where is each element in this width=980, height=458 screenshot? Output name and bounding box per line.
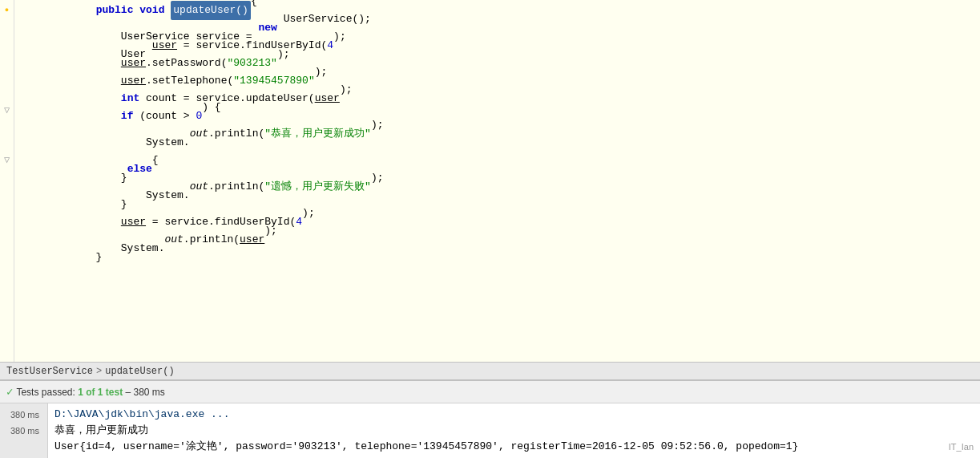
breadcrumb-bar: TestUserService > updateUser() [0, 362, 980, 379]
output-panel: 380 ms 380 ms D:\JAVA\jdk\bin\java.exe .… [0, 403, 980, 458]
code-line-6: int count = service.updateUser(user); [21, 90, 980, 107]
output-line-2: 恭喜，用户更新成功 [54, 423, 974, 439]
code-line-4: user.setPassword("903213"); [21, 55, 980, 72]
output-line-3: User{id=4, username='涂文艳', password='903… [54, 439, 974, 455]
code-line-14: System.out.println(user); [21, 231, 980, 249]
warning-icon: ● [2, 5, 13, 16]
test-time: 380 ms [134, 387, 165, 398]
side-gutter: ● ▽ ▽ [0, 0, 14, 362]
test-panel: ✓ Tests passed: 1 of 1 test – 380 ms 380… [0, 379, 980, 458]
code-line-2: UserService service = new UserService(); [21, 19, 980, 37]
fold-arrow-icon-2[interactable]: ▽ [2, 154, 13, 165]
code-line-11: System.out.println("遗憾，用户更新失败"); [21, 178, 980, 196]
test-header: ✓ Tests passed: 1 of 1 test – 380 ms [0, 381, 980, 403]
breadcrumb-class: TestUserService [6, 366, 93, 377]
test-pass-text: Tests passed: 1 of 1 test – 380 ms [16, 387, 164, 398]
code-line-5: user.setTelephone("13945457890"); [21, 72, 980, 90]
breadcrumb-method: updateUser() [105, 366, 174, 377]
code-content: public void updateUser(){ UserService se… [14, 0, 980, 362]
output-lines: D:\JAVA\jdk\bin\java.exe ... 恭喜，用户更新成功 U… [48, 403, 980, 458]
time-entry-2: 380 ms [3, 423, 44, 439]
breadcrumb-sep: > [96, 366, 102, 377]
output-line-1: D:\JAVA\jdk\bin\java.exe ... [54, 407, 974, 423]
code-line-8: System.out.println("恭喜，用户更新成功"); [21, 125, 980, 143]
fold-arrow-icon[interactable]: ▽ [2, 104, 13, 116]
code-line-13: user = service.findUserById(4); [21, 213, 980, 231]
test-pass-icon: ✓ [6, 385, 13, 399]
code-line-15: } [21, 249, 980, 266]
time-entry-1: 380 ms [3, 407, 44, 423]
test-count: 1 of 1 test [78, 387, 123, 398]
code-line-3: User user = service.findUserById(4); [21, 37, 980, 55]
time-column: 380 ms 380 ms [0, 403, 48, 458]
watermark: IT_Ian [949, 442, 974, 452]
code-editor: ● ▽ ▽ public void updateUser(){ [0, 0, 980, 379]
